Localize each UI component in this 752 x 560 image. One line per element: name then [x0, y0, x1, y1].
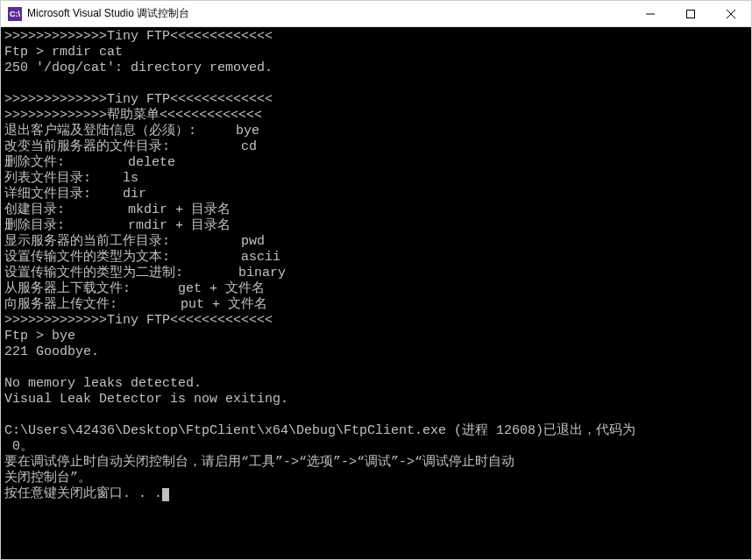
console-output: >>>>>>>>>>>>>Tiny FTP<<<<<<<<<<<<< Ftp >…	[4, 29, 748, 486]
titlebar: C:\ Microsoft Visual Studio 调试控制台	[1, 1, 751, 27]
app-icon: C:\	[8, 7, 22, 21]
svg-rect-1	[687, 10, 695, 18]
console-last-line: 按任意键关闭此窗口. . .	[4, 486, 162, 501]
maximize-button[interactable]	[670, 1, 711, 27]
console-area[interactable]: >>>>>>>>>>>>>Tiny FTP<<<<<<<<<<<<< Ftp >…	[1, 27, 751, 559]
minimize-button[interactable]	[630, 1, 670, 27]
text-cursor	[162, 488, 169, 501]
close-button[interactable]	[711, 1, 751, 27]
window-title: Microsoft Visual Studio 调试控制台	[27, 6, 189, 21]
